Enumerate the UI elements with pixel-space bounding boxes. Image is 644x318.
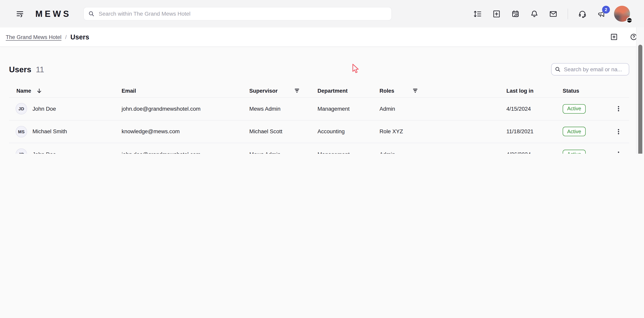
topbar-divider	[568, 8, 568, 19]
global-search	[84, 7, 392, 20]
row-height-icon[interactable]	[473, 9, 482, 18]
topbar-actions: 2 MEWS	[463, 6, 630, 22]
avatar: JD	[16, 103, 27, 115]
status-badge: Active	[563, 150, 586, 154]
column-label: Name	[16, 88, 31, 94]
table-row[interactable]: JD John Doe john.doe@grandmewshotel.com …	[9, 143, 629, 154]
user-last-login: 4/15/2024	[506, 106, 563, 112]
avatar: JD	[16, 149, 27, 154]
search-icon	[554, 66, 561, 72]
mews-logo: MEWS	[35, 9, 71, 19]
table-row[interactable]: MS Michael Smith knowledge@mews.com Mich…	[9, 120, 629, 143]
sort-descending-icon[interactable]	[36, 88, 42, 94]
support-headset-icon[interactable]	[578, 9, 587, 18]
breadcrumb-current: Users	[70, 33, 89, 41]
table-search	[551, 63, 629, 75]
users-page: Users 11 Name	[0, 63, 644, 154]
breadcrumb-separator: /	[65, 34, 67, 40]
user-department: Management	[318, 106, 380, 112]
users-table-body: JD John Doe john.doe@grandmewshotel.com …	[9, 98, 629, 154]
page-title: Users	[9, 65, 31, 74]
sidebar-expand-icon[interactable]	[16, 9, 26, 19]
column-label: Status	[563, 88, 579, 94]
user-supervisor: Michael Scott	[249, 129, 318, 135]
user-avatar[interactable]: MEWS	[614, 6, 630, 22]
user-email: knowledge@mews.com	[122, 129, 249, 135]
top-bar: MEWS	[0, 0, 644, 27]
breadcrumb-hotel-link[interactable]: The Grand Mews Hotel	[6, 34, 62, 40]
messages-mail-icon[interactable]	[549, 9, 558, 18]
users-count: 11	[36, 65, 44, 74]
user-roles: Admin	[380, 106, 506, 112]
user-name: John Doe	[32, 106, 56, 112]
user-department: Accounting	[318, 129, 380, 135]
user-email: john.doe@grandmewshotel.com	[122, 106, 249, 112]
add-reservation-icon[interactable]	[492, 9, 501, 18]
column-header-roles[interactable]: Roles	[380, 88, 506, 94]
add-to-dashboard-icon[interactable]	[610, 33, 618, 41]
filter-icon[interactable]	[412, 88, 418, 93]
user-roles: Admin	[380, 151, 506, 154]
status-badge: Active	[563, 104, 586, 114]
column-header-email[interactable]: Email	[122, 88, 249, 94]
user-email: john.doe@grandmewshotel.com	[122, 151, 249, 154]
app-window: MEWS	[0, 0, 644, 154]
column-header-last-log-in[interactable]: Last log in	[506, 88, 563, 94]
breadcrumb-bar: The Grand Mews Hotel / Users	[0, 27, 644, 47]
status-badge: Active	[563, 127, 586, 137]
user-name: John Doe	[32, 151, 56, 154]
user-department: Management	[318, 151, 380, 154]
user-roles: Role XYZ	[380, 129, 506, 135]
row-actions-kebab-icon[interactable]	[614, 104, 624, 114]
scrollbar-thumb[interactable]	[638, 45, 642, 154]
whats-new-count-badge: 2	[602, 5, 610, 13]
row-actions-kebab-icon[interactable]	[614, 150, 624, 154]
avatar-mews-badge: MEWS	[626, 17, 632, 23]
column-header-department[interactable]: Department	[318, 88, 380, 94]
table-header-row: Name Email Supervisor	[9, 84, 629, 98]
avatar: MS	[16, 126, 27, 137]
user-supervisor: Mews Admin	[249, 106, 318, 112]
user-last-login: 4/26/2024	[506, 151, 563, 154]
users-table: Name Email Supervisor	[9, 84, 629, 154]
user-last-login: 11/18/2021	[506, 129, 563, 135]
row-actions-kebab-icon[interactable]	[614, 127, 624, 137]
filter-icon[interactable]	[294, 88, 300, 93]
column-label: Roles	[380, 88, 394, 94]
table-search-input[interactable]	[551, 63, 629, 75]
whats-new-megaphone-icon[interactable]: 2	[597, 9, 606, 18]
global-search-input[interactable]	[84, 7, 392, 20]
column-label: Supervisor	[249, 88, 278, 94]
column-label: Department	[318, 88, 348, 94]
column-header-name[interactable]: Name	[9, 88, 122, 94]
column-header-status[interactable]: Status	[563, 88, 608, 94]
user-name: Michael Smith	[32, 129, 67, 135]
notifications-bell-icon[interactable]	[530, 9, 539, 18]
availability-calendar-icon[interactable]	[511, 9, 520, 18]
user-supervisor: Mews Admin	[249, 151, 318, 154]
column-label: Email	[122, 88, 136, 94]
table-row[interactable]: JD John Doe john.doe@grandmewshotel.com …	[9, 98, 629, 120]
column-label: Last log in	[506, 88, 534, 94]
scrollbar-track[interactable]	[636, 27, 644, 154]
search-icon	[88, 10, 95, 17]
column-header-supervisor[interactable]: Supervisor	[249, 88, 318, 94]
